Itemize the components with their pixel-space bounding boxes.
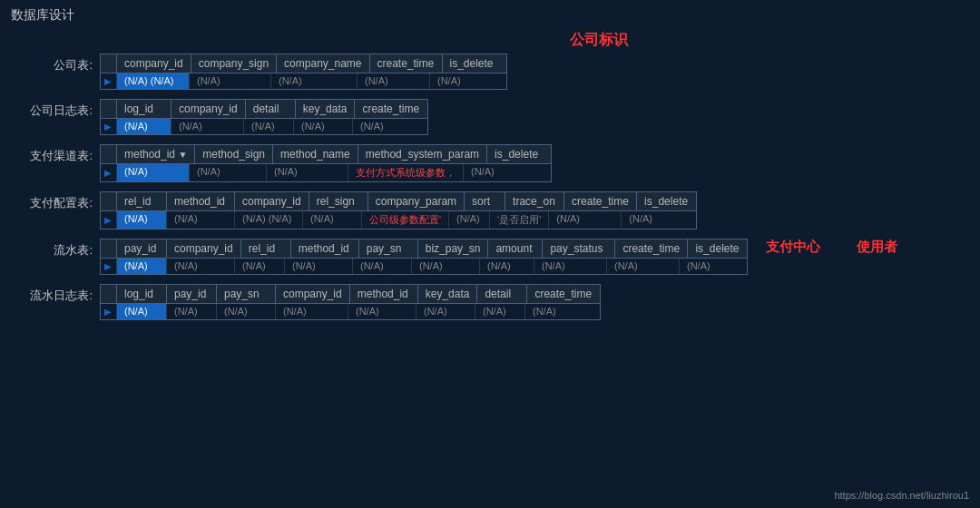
table-label: 公司日志表: bbox=[11, 99, 93, 119]
body-col: (N/A) bbox=[430, 73, 494, 89]
table-label: 支付渠道表: bbox=[11, 144, 93, 164]
body-col: (N/A) bbox=[534, 259, 607, 274]
table-arrow bbox=[101, 145, 117, 163]
body-col: (N/A) (N/A) bbox=[117, 73, 190, 89]
header-col: rel_sign bbox=[309, 192, 368, 210]
table-annotations: 支付中心使用者 bbox=[766, 239, 897, 256]
header-col: log_id bbox=[117, 285, 167, 303]
header-col: method_name bbox=[273, 145, 358, 163]
table-body-arrow: ▶ bbox=[101, 211, 117, 229]
header-col: sort bbox=[465, 192, 505, 210]
body-col: (N/A) bbox=[117, 259, 167, 274]
body-col: (N/A) bbox=[412, 259, 480, 274]
body-col: (N/A) bbox=[167, 304, 217, 319]
header-col: method_id ▼ bbox=[117, 145, 195, 163]
db-table: log_idcompany_iddetailkey_datacreate_tim… bbox=[100, 99, 428, 135]
table-arrow bbox=[101, 239, 117, 258]
table-label: 支付配置表: bbox=[11, 191, 93, 211]
header-col: company_id bbox=[117, 54, 191, 73]
body-col: (N/A) bbox=[117, 211, 167, 229]
body-col: (N/A) bbox=[353, 119, 426, 134]
body-col: '是否启用' bbox=[490, 211, 549, 229]
table-body-arrow: ▶ bbox=[101, 304, 117, 319]
body-col: (N/A) bbox=[294, 119, 353, 134]
header-col: rel_id bbox=[241, 239, 291, 258]
table-row-wrapper: 支付渠道表:method_id ▼method_signmethod_namem… bbox=[11, 144, 969, 182]
footer-url: https://blog.csdn.net/liuzhirou1 bbox=[834, 490, 969, 501]
annotation-label: 使用者 bbox=[857, 239, 897, 256]
table-label: 流水表: bbox=[11, 239, 93, 259]
db-table: log_idpay_idpay_sncompany_idmethod_idkey… bbox=[100, 284, 601, 320]
header-col: create_time bbox=[355, 100, 427, 118]
body-col: (N/A) bbox=[449, 211, 490, 229]
body-col: (N/A) bbox=[117, 304, 167, 319]
body-col: (N/A) bbox=[353, 259, 412, 274]
header-col: detail bbox=[246, 100, 296, 118]
header-col: method_id bbox=[291, 239, 359, 258]
header-col: company_sign bbox=[191, 54, 277, 73]
body-col: (N/A) bbox=[480, 259, 534, 274]
center-label: 公司标识 bbox=[229, 31, 969, 50]
table-label: 流水日志表: bbox=[11, 284, 93, 304]
header-col: biz_pay_sn bbox=[418, 239, 489, 258]
db-table: method_id ▼method_signmethod_namemethod_… bbox=[100, 144, 552, 182]
body-col: (N/A) bbox=[190, 73, 271, 89]
body-col: (N/A) bbox=[190, 164, 267, 181]
body-col: (N/A) bbox=[549, 211, 622, 229]
table-body-arrow: ▶ bbox=[101, 164, 117, 181]
header-col: key_data bbox=[296, 100, 356, 118]
table-body-arrow: ▶ bbox=[101, 259, 117, 274]
header-col: is_delete bbox=[637, 192, 696, 210]
header-col: company_name bbox=[277, 54, 369, 73]
body-col: (N/A) bbox=[607, 259, 680, 274]
header-col: rel_id bbox=[117, 192, 167, 210]
header-col: pay_status bbox=[543, 239, 615, 258]
table-body-arrow: ▶ bbox=[101, 73, 117, 89]
body-col: (N/A) bbox=[622, 211, 681, 229]
table-arrow bbox=[101, 285, 117, 303]
header-col: method_system_param bbox=[358, 145, 487, 163]
header-col: is_delete bbox=[688, 239, 747, 258]
table-arrow bbox=[101, 100, 117, 118]
header-col: is_delete bbox=[487, 145, 551, 163]
table-arrow bbox=[101, 54, 117, 73]
header-col: method_id bbox=[350, 285, 418, 303]
body-col: (N/A) bbox=[117, 164, 190, 181]
body-col: (N/A) bbox=[348, 304, 416, 319]
header-col: trace_on bbox=[505, 192, 564, 210]
body-col: (N/A) bbox=[358, 73, 430, 89]
header-col: company_id bbox=[235, 192, 309, 210]
header-col: pay_id bbox=[167, 285, 217, 303]
body-col: (N/A) bbox=[416, 304, 475, 319]
body-col: (N/A) bbox=[464, 164, 527, 181]
body-col: (N/A) bbox=[167, 259, 235, 274]
header-col: is_delete bbox=[443, 54, 506, 73]
table-label: 公司表: bbox=[11, 54, 93, 73]
table-row-wrapper: 公司日志表:log_idcompany_iddetailkey_datacrea… bbox=[11, 99, 969, 135]
table-row-wrapper: 公司表:company_idcompany_signcompany_namecr… bbox=[11, 54, 969, 90]
body-col: (N/A) bbox=[267, 164, 348, 181]
header-col: company_id bbox=[276, 285, 350, 303]
table-arrow bbox=[101, 192, 117, 210]
header-col: detail bbox=[477, 285, 527, 303]
body-col: (N/A) bbox=[167, 211, 235, 229]
body-col: (N/A) bbox=[244, 119, 294, 134]
body-col: (N/A) bbox=[235, 259, 285, 274]
table-row-wrapper: 流水日志表:log_idpay_idpay_sncompany_idmethod… bbox=[11, 284, 969, 320]
header-col: create_time bbox=[564, 192, 637, 210]
db-table: pay_idcompany_idrel_idmethod_idpay_snbiz… bbox=[100, 239, 748, 275]
body-col: (N/A) bbox=[475, 304, 525, 319]
header-col: create_time bbox=[527, 285, 600, 303]
body-col: (N/A) bbox=[276, 304, 348, 319]
header-col: create_time bbox=[370, 54, 443, 73]
body-col: (N/A) bbox=[117, 119, 172, 134]
header-col: log_id bbox=[117, 100, 172, 118]
header-col: key_data bbox=[418, 285, 478, 303]
body-col: (N/A) bbox=[303, 211, 362, 229]
body-col: (N/A) (N/A) bbox=[235, 211, 303, 229]
header-col: company_id bbox=[172, 100, 246, 118]
body-col: 公司级参数配置' bbox=[362, 211, 449, 229]
body-col: 支付方式系统级参数， bbox=[348, 164, 464, 181]
header-col: pay_sn bbox=[359, 239, 418, 258]
db-table: company_idcompany_signcompany_namecreate… bbox=[100, 54, 507, 90]
